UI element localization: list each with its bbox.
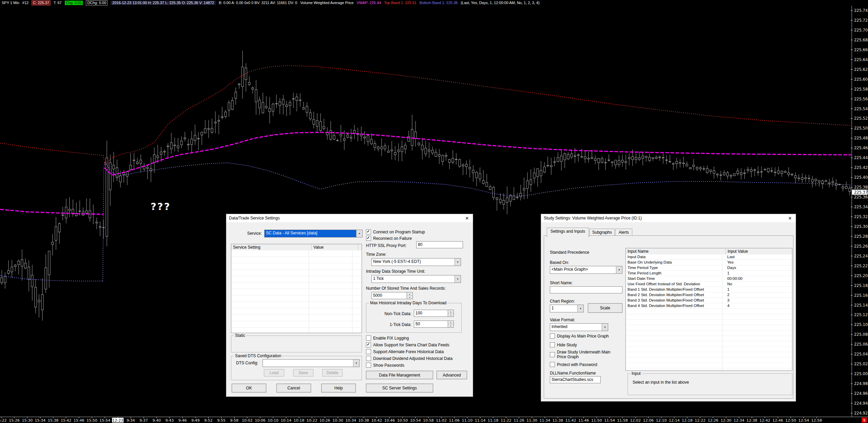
checkbox-icon[interactable]: [366, 356, 371, 361]
checkbox-icon[interactable]: [550, 352, 555, 357]
based-on-combobox[interactable]: <Main Price Graph> ▼: [550, 266, 622, 274]
svg-text:224.98: 224.98: [854, 381, 868, 386]
delete-button[interactable]: Delete: [322, 369, 343, 377]
checkbox-dividend-adjusted[interactable]: Download Dividend Adjusted Historical Da…: [366, 356, 452, 361]
storage-unit-combobox[interactable]: 1 Tick ▼: [371, 275, 461, 283]
svg-text:225.16: 225.16: [854, 293, 868, 298]
checkbox-allow-sc-feeds[interactable]: Allow Support for Sierra Chart Data Feed…: [366, 342, 449, 347]
input-row[interactable]: Base On Underlying DataYes: [626, 260, 792, 265]
input-row[interactable]: Band 1 Std. Deviation Multiplier/Fixed O…: [626, 287, 792, 292]
cancel-button[interactable]: Cancel: [276, 384, 311, 392]
service-settings-table[interactable]: Service Setting Value: [231, 244, 362, 333]
service-combobox[interactable]: SC Data - All Services [data] ▼: [264, 230, 363, 237]
chevron-down-icon[interactable]: ▼: [455, 275, 461, 283]
checkbox-reconnect-failure[interactable]: Reconnect on Failure: [366, 236, 412, 241]
tick1-spinner[interactable]: 50 ▲▼: [414, 321, 454, 328]
dll-function-input[interactable]: SierraChartStudies.scs: [550, 376, 601, 383]
svg-text:12:54: 12:54: [798, 418, 809, 423]
input-row[interactable]: Use Fixed Offset Instead of Std. Deviati…: [626, 282, 792, 287]
dialog2-titlebar[interactable]: Study Settings: Volume Weighted Average …: [541, 214, 796, 222]
checkbox-fix-logging[interactable]: Enable FIX Logging: [366, 335, 409, 341]
input-row[interactable]: Time Period TypeDays: [626, 265, 792, 271]
checkbox-icon[interactable]: [550, 342, 555, 347]
value-format-combobox[interactable]: Inherited ▼: [550, 323, 608, 331]
input-row[interactable]: Band 4 Std. Deviation Multiplier/Fixed O…: [626, 303, 792, 309]
svg-text:11:30: 11:30: [526, 418, 537, 423]
data-file-management-button[interactable]: Data File Management: [366, 371, 433, 379]
checkbox-label: Allow Support for Sierra Chart Data Feed…: [373, 343, 449, 347]
checkbox-icon[interactable]: [550, 333, 555, 339]
close-icon[interactable]: ✕: [463, 215, 471, 222]
svg-text:10:02: 10:02: [242, 418, 253, 423]
input-row[interactable]: Band 2 Std. Deviation Multiplier/Fixed O…: [626, 292, 792, 298]
checkbox-icon[interactable]: [366, 363, 371, 368]
ok-button[interactable]: OK: [232, 384, 266, 392]
status-vwap-value: VWAP: 225.44: [356, 1, 381, 5]
chevron-down-icon[interactable]: ▼: [353, 360, 359, 367]
checkbox-hide-study[interactable]: Hide Study: [550, 342, 577, 347]
sierra-chart-window: SPY 1 Min#12C: 225.37T: 67Chg: 0.01DChg:…: [0, 0, 868, 423]
save-button[interactable]: Save: [293, 369, 313, 377]
checkbox-icon[interactable]: [366, 335, 371, 341]
svg-text:225.60: 225.60: [854, 77, 868, 82]
short-name-input[interactable]: [550, 286, 622, 293]
input-row[interactable]: Start Date-Time00:00:00: [626, 276, 792, 282]
proxy-port-input[interactable]: 80: [416, 241, 463, 248]
advanced-button[interactable]: Advanced: [437, 371, 467, 379]
tick1-value[interactable]: 50: [414, 321, 448, 328]
nontick-value[interactable]: 100: [414, 310, 448, 317]
svg-text:15:38: 15:38: [48, 418, 59, 423]
checkbox-draw-underneath[interactable]: Draw Study Underneath Main Price Graph: [550, 350, 611, 359]
input-row[interactable]: Time Period Length1: [626, 271, 792, 276]
proxy-port-label: HTTP SSL Proxy Port:: [366, 243, 406, 248]
checkbox-protect-password[interactable]: Protect with Password: [550, 362, 597, 367]
load-button[interactable]: Load: [264, 369, 284, 377]
checkbox-alt-forex[interactable]: Support Alternate Forex Historical Data: [366, 349, 444, 354]
svg-text:225.66: 225.66: [854, 47, 868, 52]
last-price-label: 225.37: [852, 190, 868, 195]
svg-text:9:40: 9:40: [152, 418, 161, 423]
checkbox-display-main-price-graph[interactable]: Display As Main Price Graph: [550, 333, 609, 339]
timezone-combobox[interactable]: New York (-5 EST/-4 EDT) ▼: [371, 258, 461, 266]
checkbox-icon[interactable]: [366, 349, 371, 354]
checkbox-label: Enable FIX Logging: [373, 336, 409, 341]
tick1-label: 1-Tick Data:: [371, 322, 411, 327]
checkbox-show-passwords[interactable]: Show Passwords: [366, 363, 404, 368]
checkbox-label: Support Alternate Forex Historical Data: [373, 349, 444, 354]
chart-region-combobox[interactable]: 1 ▼: [550, 305, 584, 312]
based-on-label: Based On:: [550, 260, 569, 265]
scale-button[interactable]: Scale: [588, 303, 622, 313]
svg-text:9:46: 9:46: [178, 418, 187, 423]
records-spinner[interactable]: 5000 ▲▼: [371, 292, 413, 299]
chevron-down-icon[interactable]: ▼: [577, 305, 583, 312]
checkbox-icon[interactable]: [366, 236, 371, 241]
dll-function-label: DLLName.FunctionName: [550, 371, 596, 376]
spin-down-icon: ▼: [448, 313, 454, 316]
chart-status-bar: SPY 1 Min#12C: 225.37T: 67Chg: 0.01DChg:…: [0, 0, 868, 6]
dialog1-titlebar[interactable]: Data/Trade Service Settings ✕: [226, 214, 473, 222]
dts-config-combobox[interactable]: ▼: [263, 359, 360, 367]
help-button[interactable]: Help: [321, 384, 356, 392]
checkbox-connect-startup[interactable]: Connect on Program Startup: [366, 229, 425, 234]
svg-text:9:43: 9:43: [166, 418, 174, 423]
static-group: Static: [231, 335, 362, 352]
svg-text:10:54: 10:54: [410, 418, 421, 423]
chevron-down-icon[interactable]: ▼: [602, 324, 608, 331]
price-axis[interactable]: 225.74225.72225.70225.68225.66225.64225.…: [851, 6, 868, 417]
tab-settings-and-inputs[interactable]: Settings and Inputs: [547, 228, 589, 237]
chevron-down-icon[interactable]: ▼: [616, 266, 622, 273]
chevron-down-icon[interactable]: ▼: [455, 258, 461, 266]
input-row[interactable]: Band 3 Std. Deviation Multiplier/Fixed O…: [626, 298, 792, 303]
svg-text:225.24: 225.24: [854, 254, 868, 258]
nontick-spinner[interactable]: 100 ▲▼: [414, 310, 454, 317]
input-row[interactable]: Input DataLast: [626, 254, 792, 260]
sc-server-settings-button[interactable]: SC Server Settings: [366, 384, 433, 392]
time-axis[interactable]: 15:2215:2615:3015:3415:3815:4215:4615:50…: [0, 417, 868, 423]
checkbox-icon[interactable]: [366, 229, 371, 234]
records-value[interactable]: 5000: [371, 292, 407, 299]
checkbox-icon[interactable]: [366, 342, 371, 347]
chevron-down-icon[interactable]: ▼: [356, 230, 362, 237]
close-icon[interactable]: ✕: [786, 215, 794, 222]
inputs-table[interactable]: Input Name Input Value Input DataLast Ba…: [625, 248, 792, 371]
checkbox-icon[interactable]: [550, 362, 555, 367]
